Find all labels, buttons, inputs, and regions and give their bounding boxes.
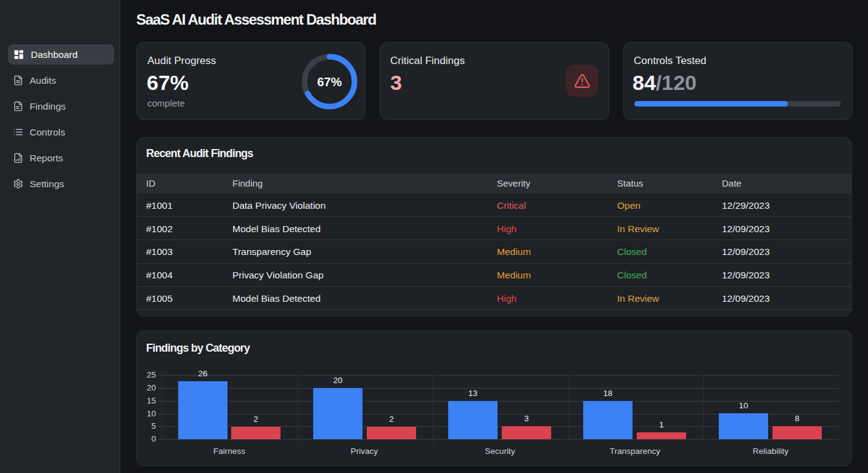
svg-text:67%: 67% <box>317 75 342 89</box>
